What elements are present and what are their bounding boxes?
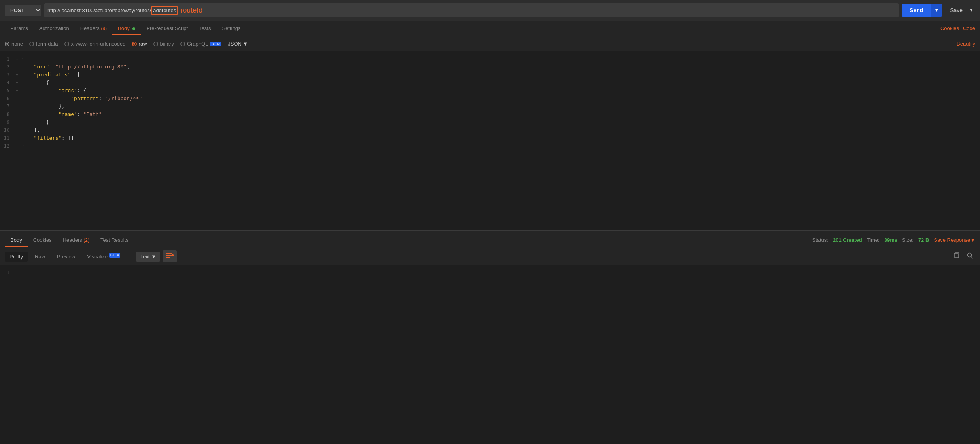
- radio-binary-label: binary: [160, 41, 174, 47]
- tab-params[interactable]: Params: [5, 21, 34, 35]
- line-arrow-7: [16, 103, 21, 104]
- response-line-1: 1: [0, 269, 980, 277]
- body-type-row: none form-data x-www-form-urlencoded raw…: [0, 36, 980, 51]
- editor-area[interactable]: 1 ▾ { 2 "uri": "http://httpbin.org:80", …: [0, 51, 980, 230]
- json-format-select[interactable]: JSON ▼: [228, 41, 248, 47]
- svg-line-6: [971, 256, 973, 258]
- copy-icon: [953, 252, 960, 259]
- line-arrow-6: [16, 95, 21, 97]
- text-format-label: Text: [140, 254, 149, 260]
- response-subtab-pretty[interactable]: Pretty: [5, 252, 28, 262]
- code-link[interactable]: Code: [963, 25, 975, 31]
- line-num-11: 11: [0, 135, 16, 141]
- line-content-2: "uri": "http://httpbin.org:80",: [21, 64, 980, 70]
- line-content-9: }: [21, 119, 980, 125]
- response-tab-body[interactable]: Body: [5, 233, 28, 247]
- response-subtab-visualize[interactable]: Visualize BETA: [82, 251, 125, 262]
- tab-authorization[interactable]: Authorization: [34, 21, 75, 35]
- tab-prerequest[interactable]: Pre-request Script: [141, 21, 193, 35]
- line-num-12: 12: [0, 143, 16, 149]
- radio-urlencoded-circle: [64, 42, 69, 46]
- search-response-button[interactable]: [965, 250, 975, 262]
- save-dropdown-button[interactable]: ▼: [967, 4, 975, 17]
- editor-line-1: 1 ▾ {: [0, 55, 980, 63]
- line-arrow-1: ▾: [16, 56, 21, 61]
- json-format-label: JSON: [228, 41, 242, 47]
- tabs-right: Cookies Code: [940, 25, 975, 31]
- line-num-7: 7: [0, 103, 16, 109]
- send-button[interactable]: Send: [902, 4, 931, 17]
- top-bar: POST GET PUT DELETE PATCH http://localho…: [0, 0, 980, 21]
- response-right-icons: [952, 250, 975, 262]
- radio-form-data[interactable]: form-data: [29, 41, 58, 47]
- line-num-5: 5: [0, 87, 16, 93]
- radio-raw-label: raw: [139, 41, 147, 47]
- size-label: Size:: [902, 237, 914, 243]
- radio-form-data-circle: [29, 42, 34, 46]
- radio-raw-circle: [132, 42, 137, 46]
- copy-response-button[interactable]: [952, 250, 962, 262]
- beautify-button[interactable]: Beautify: [957, 41, 975, 47]
- line-content-12: }: [21, 143, 980, 149]
- send-group: Send ▼: [902, 4, 942, 17]
- editor-line-9: 9 }: [0, 119, 980, 127]
- radio-raw[interactable]: raw: [132, 41, 147, 47]
- response-subtab-raw[interactable]: Raw: [30, 252, 50, 262]
- response-header: Body Cookies Headers (2) Test Results St…: [0, 231, 980, 248]
- line-arrow-4: ▾: [16, 80, 21, 85]
- line-arrow-3: ▾: [16, 72, 21, 77]
- tab-headers[interactable]: Headers (9): [75, 21, 112, 35]
- response-body[interactable]: 1: [0, 265, 980, 444]
- url-highlighted-segment: addroutes: [151, 6, 178, 15]
- line-content-3: "predicates": [: [21, 72, 980, 78]
- time-label: Time:: [867, 237, 880, 243]
- status-value: 201 Created: [833, 237, 862, 243]
- text-format-select[interactable]: Text ▼: [136, 252, 160, 262]
- graphql-beta-badge: BETA: [210, 42, 221, 46]
- radio-urlencoded[interactable]: x-www-form-urlencoded: [64, 41, 126, 47]
- radio-binary-circle: [153, 42, 158, 46]
- svg-rect-2: [166, 257, 170, 258]
- response-tab-headers[interactable]: Headers (2): [57, 233, 95, 247]
- line-arrow-2: [16, 64, 21, 65]
- response-meta: Status: 201 Created Time: 39ms Size: 72 …: [812, 237, 976, 243]
- save-button[interactable]: Save: [945, 4, 967, 17]
- svg-rect-0: [166, 253, 172, 254]
- line-num-9: 9: [0, 119, 16, 125]
- line-num-3: 3: [0, 72, 16, 78]
- save-response-group: Save Response ▼: [934, 237, 975, 243]
- radio-graphql[interactable]: GraphQL BETA: [180, 41, 221, 47]
- line-num-2: 2: [0, 64, 16, 70]
- response-tab-test-results[interactable]: Test Results: [95, 233, 134, 247]
- send-dropdown-button[interactable]: ▼: [931, 4, 942, 17]
- url-bar[interactable]: http://localhost:8100/actuator/gateway/r…: [44, 3, 899, 17]
- line-arrow-12: [16, 143, 21, 144]
- size-value: 72 B: [918, 237, 929, 243]
- wrap-button[interactable]: [163, 250, 177, 262]
- radio-form-data-label: form-data: [36, 41, 58, 47]
- save-response-dropdown-button[interactable]: ▼: [970, 237, 975, 243]
- save-group: Save ▼: [945, 4, 975, 17]
- save-response-button[interactable]: Save Response: [934, 237, 970, 243]
- tab-tests[interactable]: Tests: [193, 21, 216, 35]
- response-subtab-preview[interactable]: Preview: [52, 252, 80, 262]
- line-arrow-11: [16, 135, 21, 136]
- response-subtabs: Pretty Raw Preview Visualize BETA Text ▼: [0, 248, 980, 265]
- wrap-icon: [166, 252, 174, 259]
- radio-none[interactable]: none: [5, 41, 23, 47]
- time-value: 39ms: [884, 237, 897, 243]
- body-dot: [132, 27, 135, 30]
- tab-body[interactable]: Body: [112, 21, 141, 35]
- headers-badge: (9): [101, 26, 107, 31]
- radio-binary[interactable]: binary: [153, 41, 174, 47]
- response-tab-cookies[interactable]: Cookies: [28, 233, 57, 247]
- editor-line-3: 3 ▾ "predicates": [: [0, 71, 980, 79]
- method-select[interactable]: POST GET PUT DELETE PATCH: [5, 5, 41, 16]
- editor-line-7: 7 },: [0, 103, 980, 111]
- line-num-8: 8: [0, 111, 16, 117]
- radio-urlencoded-label: x-www-form-urlencoded: [71, 41, 126, 47]
- line-arrow-5: ▾: [16, 87, 21, 93]
- tab-settings[interactable]: Settings: [216, 21, 246, 35]
- radio-none-circle: [5, 42, 9, 46]
- cookies-link[interactable]: Cookies: [940, 25, 959, 31]
